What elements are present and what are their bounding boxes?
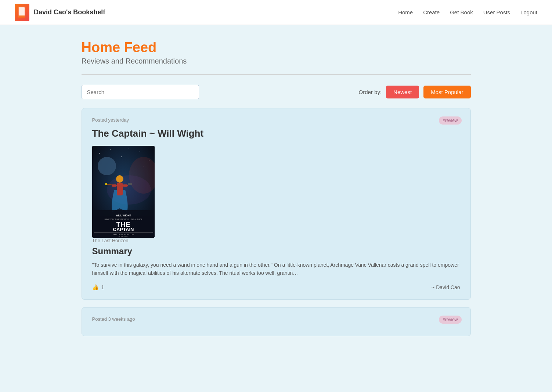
navbar: David Cao's Bookshelf Home Create Get Bo… bbox=[0, 0, 552, 25]
main-content: Home Feed Reviews and Recommendations Or… bbox=[74, 25, 478, 358]
svg-text:CAPTAIN: CAPTAIN bbox=[113, 227, 134, 232]
svg-point-4 bbox=[99, 153, 100, 154]
nav-logout[interactable]: Logout bbox=[520, 9, 537, 15]
order-by-label: Order by: bbox=[359, 89, 382, 95]
svg-rect-28 bbox=[94, 232, 153, 233]
navbar-brand: David Cao's Bookshelf bbox=[15, 4, 105, 21]
navbar-nav: Home Create Get Book User Posts Logout bbox=[398, 9, 537, 15]
nav-get-book[interactable]: Get Book bbox=[450, 9, 473, 15]
post-card-2: Posted 3 weeks ago #review bbox=[82, 307, 471, 336]
search-input[interactable] bbox=[82, 85, 199, 99]
page-subtitle: Reviews and Recommendations bbox=[82, 57, 471, 65]
book-cover-container: WILL WIGHT NEW YORK TIMES BEST SELLING A… bbox=[92, 146, 460, 238]
nav-user-posts[interactable]: User Posts bbox=[483, 9, 510, 15]
most-popular-button[interactable]: Most Popular bbox=[423, 86, 470, 98]
order-controls: Order by: Newest Most Popular bbox=[359, 86, 471, 98]
post-card: Posted yesterday #review The Captain ~ W… bbox=[82, 108, 471, 300]
site-title: David Cao's Bookshelf bbox=[34, 8, 105, 16]
svg-point-6 bbox=[121, 157, 122, 157]
post-title: The Captain ~ Will Wight bbox=[92, 128, 460, 139]
controls-row: Order by: Newest Most Popular bbox=[82, 85, 471, 99]
likes-container: 👍 1 bbox=[92, 284, 104, 291]
page-title: Home Feed bbox=[82, 40, 471, 55]
navbar-logo-icon bbox=[15, 4, 29, 21]
svg-point-5 bbox=[110, 149, 111, 150]
post-tag-2: #review bbox=[439, 316, 461, 324]
page-heading: Home Feed Reviews and Recommendations bbox=[82, 40, 471, 65]
svg-point-12 bbox=[99, 158, 115, 174]
section-divider bbox=[82, 74, 471, 75]
post-tag: #review bbox=[439, 116, 461, 125]
summary-heading: Summary bbox=[92, 246, 460, 256]
newest-button[interactable]: Newest bbox=[386, 86, 419, 98]
svg-point-9 bbox=[129, 148, 129, 149]
svg-rect-1 bbox=[19, 7, 25, 16]
svg-rect-21 bbox=[107, 184, 112, 185]
post-date: Posted yesterday bbox=[92, 117, 460, 123]
svg-rect-19 bbox=[123, 184, 128, 187]
book-series: The Last Horizon bbox=[92, 238, 460, 243]
svg-text:NEW YORK TIMES BEST SELLING AU: NEW YORK TIMES BEST SELLING AUTHOR bbox=[104, 218, 142, 220]
svg-point-22 bbox=[105, 183, 107, 185]
svg-rect-18 bbox=[112, 184, 117, 187]
like-button[interactable]: 👍 bbox=[92, 284, 99, 291]
svg-rect-20 bbox=[128, 183, 132, 185]
post-footer: 👍 1 ~ David Cao bbox=[92, 284, 460, 291]
svg-point-7 bbox=[140, 151, 140, 151]
summary-text: "To survive in this galaxy, you need a w… bbox=[92, 261, 460, 277]
likes-count: 1 bbox=[101, 284, 104, 290]
post-date-2: Posted 3 weeks ago bbox=[92, 316, 460, 322]
nav-home[interactable]: Home bbox=[398, 9, 413, 15]
post-author: ~ David Cao bbox=[432, 284, 460, 290]
svg-point-17 bbox=[116, 175, 123, 183]
nav-create[interactable]: Create bbox=[423, 9, 440, 15]
svg-text:WILL WIGHT: WILL WIGHT bbox=[115, 214, 131, 217]
svg-rect-2 bbox=[18, 15, 25, 18]
book-cover-image: WILL WIGHT NEW YORK TIMES BEST SELLING A… bbox=[92, 146, 155, 238]
svg-rect-16 bbox=[117, 183, 123, 195]
